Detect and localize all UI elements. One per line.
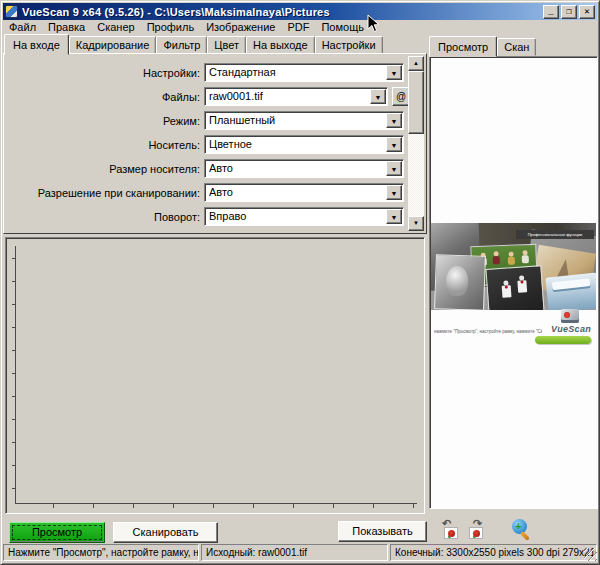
page-caption: нажмите "Просмотр", настройте рамку, наж… — [434, 329, 542, 334]
magnifier-handle — [520, 531, 530, 541]
files-label: Файлы: — [4, 91, 200, 103]
options-label: Настройки: — [4, 67, 200, 79]
maximize-icon[interactable]: ❐ — [561, 5, 577, 19]
scan-resolution-label: Разрешение при сканировании: — [4, 187, 200, 199]
scan-resolution-select[interactable]: Авто ▼ — [204, 183, 404, 202]
menu-file[interactable]: Файл — [3, 20, 42, 34]
status-source: Исходный: raw0001.tif — [201, 544, 388, 561]
media-size-label: Размер носителя: — [4, 163, 200, 175]
resize-grip[interactable] — [584, 548, 597, 561]
menu-scanner[interactable]: Сканер — [91, 20, 140, 34]
chevron-down-icon[interactable]: ▼ — [386, 137, 402, 152]
rotate-right-button[interactable]: ↷ — [467, 521, 487, 541]
tab-color[interactable]: Цвет — [207, 36, 246, 54]
banner-text: Профессиональные функции — [516, 230, 594, 239]
photo-thumb-icon — [444, 527, 458, 539]
scrollbar-thumb[interactable] — [408, 71, 424, 134]
status-hint: Нажмите "Просмотр", настройте рамку, наж… — [3, 544, 199, 561]
scroll-up-icon[interactable]: ▲ — [408, 56, 424, 71]
window-title: VueScan 9 x64 (9.5.26) - C:\Users\Maksim… — [22, 6, 543, 18]
chevron-down-icon[interactable]: ▼ — [386, 65, 402, 80]
menu-edit[interactable]: Правка — [42, 20, 91, 34]
media-select[interactable]: Цветное ▼ — [204, 135, 404, 154]
photo-two-boys — [485, 265, 544, 310]
chevron-down-icon[interactable]: ▼ — [386, 185, 402, 200]
tab-preview[interactable]: Просмотр — [429, 36, 497, 57]
mode-select[interactable]: Планшетный ▼ — [204, 111, 404, 130]
tab-filter[interactable]: Фильтр — [156, 36, 207, 54]
vertical-ruler — [15, 246, 16, 504]
tab-scan[interactable]: Скан — [497, 38, 536, 56]
preview-tab-strip: Просмотр Скан — [429, 35, 536, 56]
media-label: Носитель: — [4, 139, 200, 151]
options-select[interactable]: Стандартная ▼ — [204, 63, 404, 82]
media-size-select[interactable]: Авто ▼ — [204, 159, 404, 178]
horizontal-ruler — [15, 503, 417, 504]
tab-input[interactable]: На входе — [4, 34, 69, 55]
zoom-in-button[interactable]: + — [510, 519, 534, 543]
files-select[interactable]: raw0001.tif ▼ — [204, 87, 388, 106]
status-bar: Нажмите "Просмотр", настройте рамку, наж… — [3, 544, 597, 561]
scanner-logo-icon — [561, 309, 579, 323]
chevron-down-icon[interactable]: ▼ — [386, 209, 402, 224]
chevron-down-icon[interactable]: ▼ — [370, 89, 386, 104]
rotation-select[interactable]: Вправо ▼ — [204, 207, 404, 226]
vuescan-logo: VueScan — [533, 309, 591, 349]
menu-bar: Файл Правка Сканер Профиль Изображение P… — [3, 20, 597, 34]
menu-pdf[interactable]: PDF — [281, 20, 315, 34]
close-icon[interactable]: ✕ — [579, 5, 595, 19]
input-settings-panel: Настройки: Стандартная ▼ Файлы: raw0001.… — [3, 53, 427, 234]
status-result: Конечный: 3300x2550 pixels 300 dpi 279x2… — [390, 544, 597, 561]
tab-prefs[interactable]: Настройки — [315, 36, 383, 54]
tab-crop[interactable]: Кадрирование — [69, 36, 157, 54]
scan-button[interactable]: Сканировать — [113, 522, 218, 543]
logo-ribbon — [535, 336, 591, 344]
preview-image: SWA Профессиональные функции — [431, 223, 596, 310]
chevron-down-icon[interactable]: ▼ — [386, 161, 402, 176]
menu-help[interactable]: Помощь — [315, 20, 370, 34]
scroll-down-icon[interactable]: ▼ — [408, 216, 424, 231]
rotation-label: Поворот: — [4, 211, 200, 223]
preview-page[interactable]: SWA Профессиональные функции нажмите "Пр… — [429, 56, 598, 509]
photo-thumb-icon — [469, 527, 483, 539]
plus-icon: + — [515, 521, 521, 532]
settings-tab-strip: На входе Кадрирование Фильтр Цвет На вых… — [4, 33, 383, 54]
photo-dog — [434, 254, 486, 310]
tab-output[interactable]: На выходе — [246, 36, 315, 54]
vuescan-window: VueScan 9 x64 (9.5.26) - C:\Users\Maksim… — [0, 0, 600, 565]
mode-label: Режим: — [4, 115, 200, 127]
minimize-icon[interactable]: _ — [543, 5, 559, 19]
settings-scrollbar[interactable]: ▲ ▼ — [408, 56, 424, 231]
crop-canvas[interactable] — [5, 237, 425, 514]
photo-scanner — [545, 272, 596, 310]
show-button[interactable]: Показывать — [338, 521, 427, 542]
app-icon — [5, 5, 18, 18]
preview-button[interactable]: Просмотр — [9, 522, 105, 543]
title-bar: VueScan 9 x64 (9.5.26) - C:\Users\Maksim… — [3, 3, 597, 20]
menu-image[interactable]: Изображение — [200, 20, 281, 34]
menu-profile[interactable]: Профиль — [141, 20, 201, 34]
mouse-cursor — [367, 14, 380, 34]
rotate-left-button[interactable]: ↶ — [442, 521, 462, 541]
chevron-down-icon[interactable]: ▼ — [386, 113, 402, 128]
